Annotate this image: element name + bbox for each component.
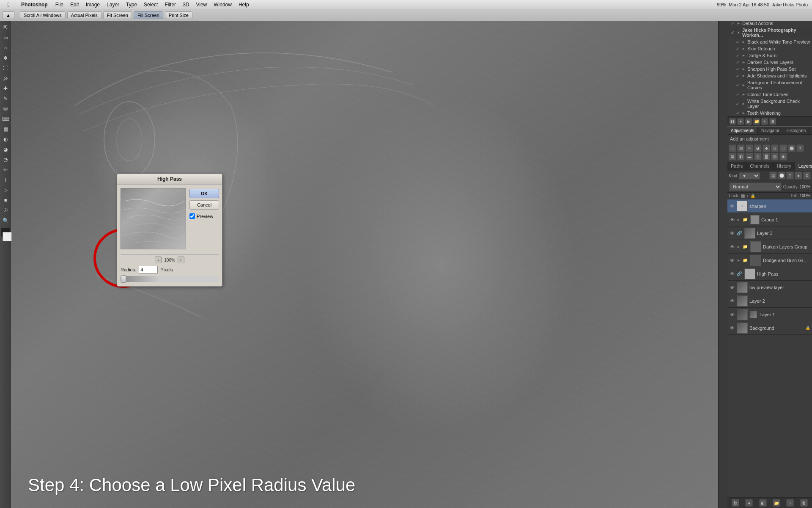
action-shadows[interactable]: ✓ ► Add Shadows and Highlights <box>727 72 812 79</box>
action-teeth[interactable]: ✓ ► Teeth Whitening <box>727 110 812 116</box>
menu-type[interactable]: Type <box>123 2 140 8</box>
filter-adj[interactable]: ⚪ <box>778 172 785 179</box>
action-bg-curves[interactable]: ✓ ► Background Enhancement Curves <box>727 79 812 91</box>
adj-bw[interactable]: ⬤ <box>788 144 796 152</box>
action-sharpen[interactable]: ✓ ► Sharpen High Pass Set <box>727 66 812 72</box>
eye-icon-9[interactable]: 👁 <box>729 312 735 317</box>
actions-new-btn[interactable]: + <box>761 118 768 125</box>
action-dodge[interactable]: ✓ ► Dodge & Burn <box>727 52 812 59</box>
layer-3[interactable]: 👁 🔗 Layer 3 <box>727 226 812 240</box>
menu-edit[interactable]: Edit <box>67 2 82 8</box>
dodge-tool[interactable]: ◔ <box>1 155 10 164</box>
layer-background[interactable]: 👁 Background 🔒 <box>727 321 812 335</box>
menu-window[interactable]: Window <box>210 2 235 8</box>
tab-adjustments[interactable]: Adjustments <box>727 127 758 134</box>
radius-slider[interactable] <box>121 276 219 282</box>
eraser-tool[interactable]: ▦ <box>1 124 10 134</box>
lasso-tool[interactable]: ○ <box>1 43 10 52</box>
layer-1[interactable]: 👁 Layer 1 <box>727 308 812 321</box>
adj-gradient-map[interactable]: ▨ <box>771 153 779 160</box>
filter-pixel[interactable]: ▤ <box>769 172 777 179</box>
menu-layer[interactable]: Layer <box>103 2 123 8</box>
history-brush-tool[interactable]: ⌨ <box>1 114 10 124</box>
eye-icon-10[interactable]: 👁 <box>729 326 735 331</box>
adj-posterize[interactable]: ▒ <box>754 153 762 160</box>
zoom-tool[interactable]: 🔍 <box>1 216 10 225</box>
zoom-in-btn[interactable]: + <box>178 257 184 263</box>
group1-arrow[interactable]: ► <box>737 218 741 222</box>
radius-input[interactable]: 4 <box>139 266 158 273</box>
fx-btn[interactable]: fx <box>732 499 739 507</box>
eyedropper-tool[interactable]: ⌮ <box>1 74 10 83</box>
gradient-tool[interactable]: ◐ <box>1 135 10 144</box>
adj-threshold[interactable]: ▓ <box>763 153 770 160</box>
action-bw-tone[interactable]: ✓ ► Black and White Tone Preview <box>727 39 812 45</box>
action-colour-tone[interactable]: ✓ ► Colour Tone Curves <box>727 91 812 98</box>
delete-layer-btn[interactable]: 🗑 <box>800 499 808 507</box>
text-tool[interactable]: T <box>1 175 10 185</box>
menu-select[interactable]: Select <box>140 2 161 8</box>
healing-tool[interactable]: ✚ <box>1 84 10 93</box>
fill-screen-btn[interactable]: Fill Screen <box>134 11 163 19</box>
dodge-burn-arrow[interactable]: ► <box>737 258 741 262</box>
action-darken[interactable]: ✓ ► Darken Curves Layers <box>727 59 812 66</box>
adj-brightness[interactable]: ☼ <box>729 144 736 152</box>
action-skin[interactable]: ✓ ► Skin Retouch <box>727 45 812 52</box>
move-tool[interactable]: ⇱ <box>1 23 10 32</box>
tab-navigator[interactable]: Navigator <box>758 127 783 134</box>
eye-icon-3[interactable]: 👁 <box>729 231 735 236</box>
cancel-button[interactable]: Cancel <box>189 200 219 210</box>
print-size-btn[interactable]: Print Size <box>165 11 192 19</box>
apple-menu[interactable]:  <box>0 1 17 8</box>
shape-tool[interactable]: ■ <box>1 196 10 205</box>
layer-group1[interactable]: 👁 ► 📁 Group 1 <box>727 213 812 226</box>
menu-image[interactable]: Image <box>82 2 103 8</box>
adj-curves[interactable]: ∿ <box>746 144 753 152</box>
new-layer-btn[interactable]: + <box>786 499 794 507</box>
blend-mode-select[interactable]: Normal <box>729 182 782 191</box>
eye-icon-7[interactable]: 👁 <box>729 285 735 290</box>
layer-dodge-burn[interactable]: 👁 ► 📁 Dodge and Burn Group <box>727 254 812 267</box>
path-tool[interactable]: ▷ <box>1 185 10 195</box>
eye-icon-1[interactable]: 👁 <box>729 204 735 209</box>
filter-type[interactable]: T <box>786 172 794 179</box>
action-group-jake[interactable]: ✓ ▼ Jake Hicks Photography Worksh... <box>727 27 812 39</box>
hand-tool[interactable]: ☉ <box>1 206 10 215</box>
adj-levels[interactable]: ▤ <box>737 144 745 152</box>
opacity-value[interactable]: 100% <box>799 185 810 189</box>
magic-wand-tool[interactable]: ✽ <box>1 53 10 63</box>
layer-highpass[interactable]: 👁 🔗 High Pass <box>727 267 812 281</box>
layer-bw-preview[interactable]: 👁 bw preview layer <box>727 281 812 294</box>
darken-group-arrow[interactable]: ► <box>737 245 741 249</box>
adj-layer-btn[interactable]: ◐ <box>759 499 767 507</box>
actions-folder-btn[interactable]: 📁 <box>753 118 760 125</box>
stamp-tool[interactable]: ⛁ <box>1 104 10 113</box>
tab-channels[interactable]: Channels <box>746 162 773 171</box>
brush-tool[interactable]: ✎ <box>1 94 10 103</box>
background-color[interactable] <box>3 232 12 241</box>
actions-record-btn[interactable]: ● <box>737 118 744 125</box>
tab-layers[interactable]: Layers <box>795 162 812 171</box>
marquee-tool[interactable]: ▭ <box>1 33 10 42</box>
tab-paths[interactable]: Paths <box>727 162 746 171</box>
adj-color-lookup[interactable]: ◧ <box>737 153 745 160</box>
adj-photo-filter[interactable]: ☀ <box>796 144 804 152</box>
lock-position-icon[interactable]: ↕ <box>746 193 749 198</box>
tool-icon-btn[interactable]: ▲ <box>2 11 14 19</box>
preview-checkbox[interactable] <box>189 213 195 219</box>
actions-delete-btn[interactable]: 🗑 <box>769 118 776 125</box>
adj-channel-mixer[interactable]: ▦ <box>729 153 736 160</box>
adj-invert[interactable]: ▬ <box>746 153 753 160</box>
menu-help[interactable]: Help <box>235 2 252 8</box>
layer-2[interactable]: 👁 Layer 2 <box>727 294 812 308</box>
eye-icon-6[interactable]: 👁 <box>729 271 735 276</box>
crop-tool[interactable]: ⛶ <box>1 64 10 73</box>
actions-play-btn[interactable]: ▶ <box>745 118 752 125</box>
layers-kind-select[interactable]: ▼ <box>739 172 760 179</box>
lock-pixels-icon[interactable]: ▦ <box>741 193 745 198</box>
tab-histogram[interactable]: Histogram <box>783 127 810 134</box>
group-btn[interactable]: 📁 <box>773 499 780 507</box>
eye-icon-8[interactable]: 👁 <box>729 298 735 304</box>
actions-stop-btn[interactable]: ▮▮ <box>729 118 736 125</box>
menu-view[interactable]: View <box>192 2 210 8</box>
